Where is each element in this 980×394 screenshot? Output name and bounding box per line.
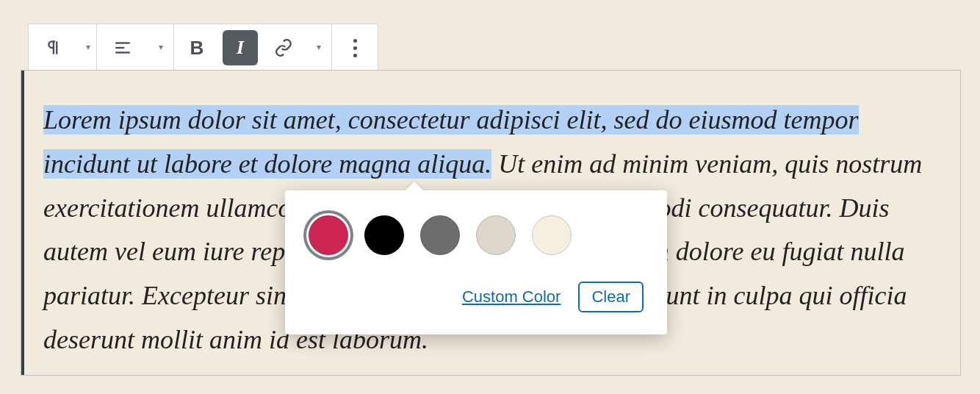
selected-text-line-1: Lorem ipsum dolor sit amet, consectetur … [43,105,859,135]
align-dropdown[interactable]: ▾ [148,24,173,70]
color-swatch-cream[interactable] [532,215,572,255]
block-type-button[interactable] [29,24,80,71]
color-swatch-row [301,215,652,255]
color-swatch-black[interactable] [364,215,404,255]
color-swatch-light[interactable] [476,215,516,255]
more-options-button[interactable] [332,24,378,71]
color-swatch-gray[interactable] [420,215,460,255]
kebab-icon [353,39,357,57]
more-rich-text-dropdown[interactable]: ▾ [306,24,331,70]
link-button[interactable] [261,24,306,71]
block-focus-indicator [21,71,24,375]
clear-color-button[interactable]: Clear [578,282,644,312]
color-swatch-primary[interactable] [309,215,348,255]
text-color-popover: Custom Color Clear [285,190,667,334]
custom-color-link[interactable]: Custom Color [462,287,561,307]
block-type-dropdown[interactable]: ▾ [80,24,96,70]
block-toolbar: ▾ ▾ B I ▾ [28,24,378,71]
selected-text-line-2: incidunt ut labore et dolore magna aliqu… [43,149,491,179]
italic-button[interactable]: I [223,30,258,65]
bold-button[interactable]: B [174,24,220,71]
align-button[interactable] [97,24,148,71]
